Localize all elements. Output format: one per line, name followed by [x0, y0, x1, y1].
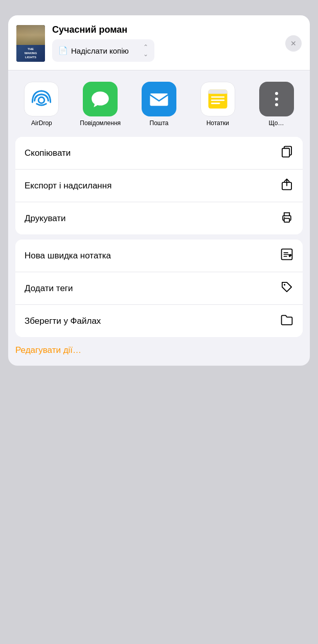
- action-group-1: Скопіювати Експорт і надсилання: [15, 137, 303, 234]
- sheet-header: THEWAKINGLIGHTS Сучасний роман 📄 Надісла…: [8, 15, 310, 70]
- svg-point-16: [284, 284, 285, 285]
- messages-label: Повідомлення: [80, 120, 121, 127]
- more-icon: [259, 82, 294, 116]
- mail-icon: [142, 82, 176, 116]
- save-files-action[interactable]: Зберегти у Файлах: [15, 305, 303, 337]
- notes-label: Нотатки: [207, 120, 229, 127]
- airdrop-label: AirDrop: [31, 120, 52, 127]
- more-label: Що…: [269, 120, 284, 127]
- apps-section: AirDrop Повідомлення: [8, 70, 310, 132]
- svg-rect-6: [211, 100, 224, 101]
- copy-icon: [280, 145, 293, 161]
- svg-rect-7: [211, 103, 220, 104]
- close-icon: ✕: [290, 39, 297, 47]
- mail-label: Пошта: [150, 120, 169, 127]
- doc-icon: 📄: [58, 46, 68, 55]
- app-item-airdrop[interactable]: AirDrop: [13, 82, 70, 127]
- svg-rect-13: [284, 219, 289, 222]
- export-icon: [280, 178, 293, 194]
- action-group-2: Нова швидка нотатка Додати теги: [15, 240, 303, 337]
- app-item-mail[interactable]: Пошта: [131, 82, 188, 127]
- action-selector-label: Надіслати копію: [71, 46, 129, 55]
- svg-rect-5: [211, 97, 224, 98]
- svg-point-0: [39, 97, 45, 103]
- airdrop-icon: [24, 82, 59, 116]
- quick-note-action[interactable]: Нова швидка нотатка: [15, 240, 303, 272]
- actions-section: Скопіювати Експорт і надсилання: [8, 137, 310, 337]
- svg-rect-1: [150, 93, 168, 106]
- app-item-more[interactable]: Що…: [248, 82, 305, 127]
- tag-icon: [280, 280, 293, 296]
- svg-point-14: [284, 217, 285, 218]
- close-button[interactable]: ✕: [285, 35, 302, 52]
- chevron-updown-icon: ⌃⌄: [143, 43, 148, 58]
- book-cover: THEWAKINGLIGHTS: [16, 25, 45, 62]
- svg-rect-9: [282, 149, 289, 157]
- quick-note-icon: [280, 248, 293, 264]
- action-selector-button[interactable]: 📄 Надіслати копію ⌃⌄: [52, 39, 154, 62]
- print-icon: [280, 210, 293, 226]
- print-action[interactable]: Друкувати: [15, 202, 303, 234]
- messages-icon: [83, 82, 118, 116]
- add-tags-action[interactable]: Додати теги: [15, 272, 303, 305]
- notes-icon: [200, 82, 235, 116]
- header-info: Сучасний роман 📄 Надіслати копію ⌃⌄: [52, 25, 278, 62]
- share-sheet: THEWAKINGLIGHTS Сучасний роман 📄 Надісла…: [8, 15, 310, 366]
- app-item-messages[interactable]: Повідомлення: [72, 82, 129, 127]
- app-item-notes[interactable]: Нотатки: [189, 82, 246, 127]
- sheet-title: Сучасний роман: [52, 25, 278, 35]
- edit-actions-link[interactable]: Редагувати дії…: [15, 345, 303, 355]
- copy-action[interactable]: Скопіювати: [15, 137, 303, 170]
- apps-row: AirDrop Повідомлення: [13, 82, 305, 127]
- folder-icon: [280, 313, 293, 329]
- export-action[interactable]: Експорт і надсилання: [15, 170, 303, 202]
- svg-rect-4: [208, 92, 227, 94]
